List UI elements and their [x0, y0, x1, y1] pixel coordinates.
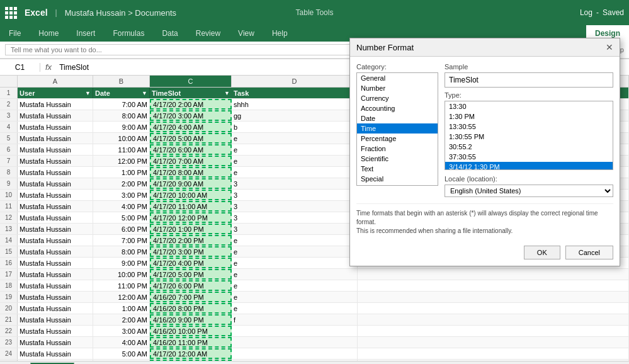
type-item[interactable]: 37:30:55 — [445, 152, 613, 162]
dialog-title-bar: Number Format ✕ — [350, 38, 620, 57]
category-item[interactable]: Date — [357, 113, 438, 123]
sample-label: Sample — [445, 63, 613, 71]
type-item[interactable]: 1:30:55 PM — [445, 132, 613, 142]
dialog-main-row: Category: GeneralNumberCurrencyAccountin… — [356, 63, 613, 197]
locale-label: Locale (location): — [445, 175, 613, 183]
type-item[interactable]: 1:30 PM — [445, 111, 613, 122]
locale-row: Locale (location): English (United State… — [445, 175, 613, 197]
type-label: Type: — [445, 91, 613, 99]
category-item[interactable]: General — [357, 73, 438, 83]
type-item[interactable]: 3/14/12 1:30 PM — [445, 162, 613, 170]
dialog-note: Time formats that begin with an asterisk… — [356, 203, 613, 236]
category-item[interactable]: Special — [357, 174, 438, 184]
right-col: Sample TimeSlot Type: 13:301:30 PM13:30:… — [445, 63, 613, 197]
category-item[interactable]: Currency — [357, 93, 438, 103]
category-item[interactable]: Accounting — [357, 103, 438, 113]
sample-box: TimeSlot — [445, 72, 613, 88]
dialog-buttons: OK Cancel — [356, 242, 613, 259]
dialog-overlay: Number Format ✕ Category: GeneralNumberC… — [0, 0, 629, 364]
locale-select[interactable]: English (United States) — [445, 185, 613, 197]
type-item[interactable]: 13:30 — [445, 101, 613, 111]
category-item[interactable]: Number — [357, 83, 438, 93]
ok-button[interactable]: OK — [524, 246, 560, 259]
category-item[interactable]: Scientific — [357, 154, 438, 164]
category-col: Category: GeneralNumberCurrencyAccountin… — [356, 63, 438, 197]
category-item[interactable]: Time — [357, 123, 438, 134]
cancel-button[interactable]: Cancel — [565, 246, 613, 259]
category-item[interactable]: Percentage — [357, 134, 438, 144]
type-item[interactable]: 13:30:55 — [445, 122, 613, 132]
category-item[interactable]: Text — [357, 164, 438, 174]
dialog-title: Number Format — [356, 43, 414, 52]
category-list[interactable]: GeneralNumberCurrencyAccountingDateTimeP… — [356, 72, 438, 186]
category-item[interactable]: Fraction — [357, 144, 438, 154]
category-label: Category: — [356, 63, 438, 71]
dialog-body: Category: GeneralNumberCurrencyAccountin… — [350, 57, 620, 266]
type-item[interactable]: 30:55.2 — [445, 142, 613, 152]
type-list[interactable]: 13:301:30 PM13:30:551:30:55 PM30:55.237:… — [445, 101, 613, 170]
category-item[interactable]: Custom — [357, 184, 438, 186]
number-format-dialog: Number Format ✕ Category: GeneralNumberC… — [349, 38, 620, 266]
dialog-close-button[interactable]: ✕ — [606, 42, 613, 52]
